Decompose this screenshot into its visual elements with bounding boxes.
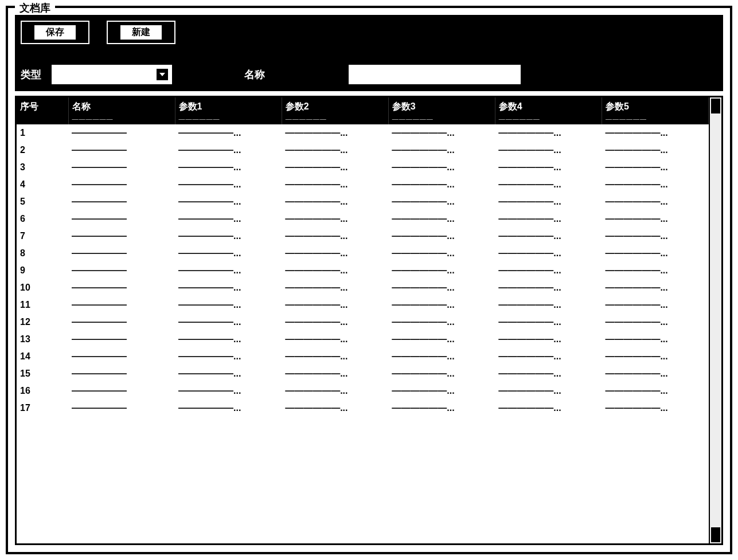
cell-value: ——————... bbox=[175, 314, 282, 331]
cell-index: 2 bbox=[17, 142, 68, 159]
cell-value: ——————... bbox=[602, 262, 708, 279]
cell-value: ——————... bbox=[388, 210, 495, 228]
cell-value: ——————... bbox=[175, 331, 282, 348]
document-window: 文档库 保存 新建 类型 名称 bbox=[6, 6, 732, 554]
cell-index: 7 bbox=[17, 228, 68, 245]
cell-value: ——————... bbox=[282, 262, 388, 279]
cell-value: —————— bbox=[68, 400, 175, 417]
cell-value: ——————... bbox=[495, 245, 602, 262]
col-param4[interactable]: 参数4 bbox=[495, 97, 602, 114]
cell-value: ——————... bbox=[388, 193, 495, 210]
cell-value: ——————... bbox=[602, 124, 708, 142]
type-dropdown[interactable] bbox=[52, 65, 172, 84]
table-row[interactable]: 13————————————...——————...——————...—————… bbox=[17, 331, 709, 348]
cell-value: ——————... bbox=[388, 124, 495, 142]
table-row[interactable]: 5————————————...——————...——————...——————… bbox=[17, 193, 709, 210]
filter-bar: 类型 名称 bbox=[15, 61, 723, 91]
col-index[interactable]: 序号 bbox=[17, 97, 68, 114]
cell-value: ——————... bbox=[495, 142, 602, 159]
cell-value: ——————... bbox=[388, 228, 495, 245]
cell-index: 5 bbox=[17, 193, 68, 210]
table-row[interactable]: 12————————————...——————...——————...—————… bbox=[17, 314, 709, 331]
vertical-scrollbar[interactable] bbox=[709, 97, 721, 543]
cell-value: —————— bbox=[68, 245, 175, 262]
cell-index: 10 bbox=[17, 279, 68, 296]
cell-value: ——————... bbox=[602, 365, 708, 382]
window-content: 保存 新建 类型 名称 bbox=[8, 8, 730, 552]
cell-value: ——————... bbox=[602, 296, 708, 314]
new-button[interactable]: 新建 bbox=[107, 21, 175, 44]
cell-value: ——————... bbox=[495, 176, 602, 193]
table-row[interactable]: 16————————————...——————...——————...—————… bbox=[17, 382, 709, 400]
table-row[interactable]: 1————————————...——————...——————...——————… bbox=[17, 124, 709, 142]
cell-value: ——————... bbox=[388, 382, 495, 400]
col-param3[interactable]: 参数3 bbox=[388, 97, 495, 114]
save-button-label: 保存 bbox=[34, 25, 76, 40]
cell-value: ——————... bbox=[388, 314, 495, 331]
window-title: 文档库 bbox=[15, 1, 55, 15]
table-row[interactable]: 10————————————...——————...——————...—————… bbox=[17, 279, 709, 296]
cell-value: ——————... bbox=[602, 245, 708, 262]
cell-index: 9 bbox=[17, 262, 68, 279]
cell-index: 11 bbox=[17, 296, 68, 314]
cell-value: —————— bbox=[68, 142, 175, 159]
table-row[interactable]: 15————————————...——————...——————...—————… bbox=[17, 365, 709, 382]
cell-value: —————— bbox=[68, 262, 175, 279]
cell-value: ——————... bbox=[175, 245, 282, 262]
cell-value: ——————... bbox=[495, 365, 602, 382]
table-row[interactable]: 17————————————...——————...——————...—————… bbox=[17, 400, 709, 417]
cell-value: ——————... bbox=[495, 400, 602, 417]
save-button[interactable]: 保存 bbox=[21, 21, 89, 44]
cell-value: ——————... bbox=[388, 262, 495, 279]
cell-value: ——————... bbox=[282, 365, 388, 382]
cell-index: 1 bbox=[17, 124, 68, 142]
cell-value: ——————... bbox=[495, 262, 602, 279]
cell-value: —————— bbox=[68, 382, 175, 400]
col-param2[interactable]: 参数2 bbox=[282, 97, 388, 114]
table-row[interactable]: 8————————————...——————...——————...——————… bbox=[17, 245, 709, 262]
cell-value: ——————... bbox=[602, 331, 708, 348]
cell-index: 15 bbox=[17, 365, 68, 382]
table-row[interactable]: 9————————————...——————...——————...——————… bbox=[17, 262, 709, 279]
cell-value: ——————... bbox=[282, 279, 388, 296]
cell-value: —————— bbox=[68, 159, 175, 176]
chevron-down-icon bbox=[157, 69, 168, 80]
cell-value: ——————... bbox=[282, 348, 388, 365]
col-param5[interactable]: 参数5 bbox=[602, 97, 708, 114]
cell-value: ——————... bbox=[388, 159, 495, 176]
cell-value: ——————... bbox=[495, 159, 602, 176]
col-name[interactable]: 名称 bbox=[68, 97, 175, 114]
cell-value: ——————... bbox=[495, 348, 602, 365]
table-row[interactable]: 2————————————...——————...——————...——————… bbox=[17, 142, 709, 159]
table-row[interactable]: 6————————————...——————...——————...——————… bbox=[17, 210, 709, 228]
cell-value: ——————... bbox=[602, 314, 708, 331]
table-row[interactable]: 14————————————...——————...——————...—————… bbox=[17, 348, 709, 365]
scroll-down-icon[interactable] bbox=[711, 527, 720, 542]
cell-value: ——————... bbox=[495, 279, 602, 296]
table-row[interactable]: 11————————————...——————...——————...—————… bbox=[17, 296, 709, 314]
table-row[interactable]: 7————————————...——————...——————...——————… bbox=[17, 228, 709, 245]
cell-value: ——————... bbox=[282, 142, 388, 159]
table-row[interactable]: 4————————————...——————...——————...——————… bbox=[17, 176, 709, 193]
cell-index: 12 bbox=[17, 314, 68, 331]
scroll-up-icon[interactable] bbox=[711, 99, 720, 113]
cell-value: ——————... bbox=[495, 382, 602, 400]
cell-value: ——————... bbox=[602, 348, 708, 365]
cell-value: ——————... bbox=[175, 400, 282, 417]
cell-value: ——————... bbox=[175, 365, 282, 382]
cell-value: ——————... bbox=[602, 228, 708, 245]
cell-value: ——————... bbox=[388, 279, 495, 296]
cell-value: ——————... bbox=[282, 210, 388, 228]
name-input[interactable] bbox=[349, 65, 521, 84]
cell-value: —————— bbox=[68, 348, 175, 365]
col-param1[interactable]: 参数1 bbox=[175, 97, 282, 114]
cell-value: ——————... bbox=[495, 331, 602, 348]
table-row[interactable]: 3————————————...——————...——————...——————… bbox=[17, 159, 709, 176]
cell-value: ——————... bbox=[175, 348, 282, 365]
cell-index: 8 bbox=[17, 245, 68, 262]
cell-value: —————— bbox=[68, 296, 175, 314]
cell-value: ——————... bbox=[602, 193, 708, 210]
cell-value: ——————... bbox=[388, 400, 495, 417]
cell-value: ——————... bbox=[282, 228, 388, 245]
cell-value: ——————... bbox=[495, 228, 602, 245]
